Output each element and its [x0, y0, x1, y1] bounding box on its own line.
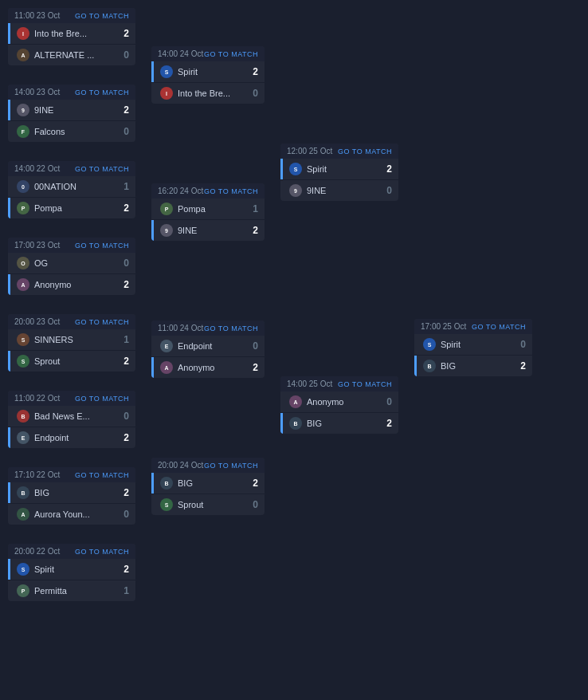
team-score: 2 — [118, 487, 129, 498]
match-time: 20:00 23 Oct — [14, 317, 60, 326]
team-score: 0 — [247, 499, 258, 510]
team-row: 99INE2 — [8, 100, 135, 120]
team-score: 0 — [381, 396, 392, 407]
team-name: Pompa — [178, 204, 247, 214]
team-score: 2 — [247, 362, 258, 373]
team-row: BBIG2 — [414, 356, 532, 376]
go-to-match-link[interactable]: GO TO MATCH — [75, 318, 129, 326]
match-header: 17:00 25 OctGO TO MATCH — [414, 319, 532, 334]
team-name: ALTERNATE ... — [34, 50, 118, 60]
match-header: 20:00 23 OctGO TO MATCH — [8, 314, 135, 329]
team-name: BIG — [307, 419, 381, 428]
go-to-match-link[interactable]: GO TO MATCH — [75, 12, 129, 20]
match-card-m8: 20:00 22 OctGO TO MATCHSSpirit2PPermitta… — [8, 544, 135, 601]
team-row: AAnonymo2 — [151, 357, 265, 378]
team-name: Sprout — [178, 500, 247, 509]
match-time: 14:00 25 Oct — [287, 379, 332, 388]
team-name: Permitta — [34, 586, 118, 596]
team-score: 2 — [381, 418, 392, 429]
team-row: SSpirit2 — [151, 61, 265, 82]
match-time: 11:00 22 Oct — [14, 394, 60, 403]
team-name: BIG — [441, 361, 515, 371]
match-header: 20:00 22 OctGO TO MATCH — [8, 544, 135, 559]
match-card-m11: 11:00 24 OctGO TO MATCHEEndpoint0AAnonym… — [151, 321, 265, 378]
go-to-match-link[interactable]: GO TO MATCH — [204, 324, 258, 332]
go-to-match-link[interactable]: GO TO MATCH — [75, 548, 129, 556]
go-to-match-link[interactable]: GO TO MATCH — [75, 165, 129, 173]
match-card-m12: 20:00 24 OctGO TO MATCHBBIG2SSprout0 — [151, 458, 265, 515]
match-header: 16:20 24 OctGO TO MATCH — [151, 183, 265, 199]
team-name: 9INE — [307, 186, 381, 195]
team-row: AAnonymo0 — [280, 391, 398, 412]
match-time: 14:00 23 Oct — [14, 88, 60, 96]
match-header: 12:00 25 OctGO TO MATCH — [280, 144, 398, 159]
team-row: AAnonymo2 — [8, 274, 135, 295]
team-row: 000NATION1 — [8, 176, 135, 197]
team-row: SSprout0 — [151, 494, 265, 515]
go-to-match-link[interactable]: GO TO MATCH — [75, 471, 129, 479]
team-name: 00NATION — [34, 182, 118, 191]
go-to-match-link[interactable]: GO TO MATCH — [338, 380, 392, 388]
match-header: 11:00 23 OctGO TO MATCH — [8, 8, 135, 23]
team-row: AAurora Youn...0 — [8, 504, 135, 525]
go-to-match-link[interactable]: GO TO MATCH — [204, 187, 258, 195]
team-score: 2 — [118, 104, 129, 116]
team-name: Into the Bre... — [34, 29, 118, 38]
match-time: 14:00 22 Oct — [14, 164, 60, 173]
match-card-m3: 14:00 22 OctGO TO MATCH000NATION1PPompa2 — [8, 161, 135, 218]
team-name: BIG — [178, 478, 247, 488]
team-name: 9INE — [178, 226, 247, 235]
match-header: 17:10 22 OctGO TO MATCH — [8, 467, 135, 482]
team-score: 2 — [118, 564, 129, 575]
team-score: 1 — [118, 585, 129, 596]
go-to-match-link[interactable]: GO TO MATCH — [75, 88, 129, 96]
round-2-column: 14:00 24 OctGO TO MATCHSSpirit2IInto the… — [151, 46, 265, 515]
team-name: Into the Bre... — [178, 88, 247, 98]
match-time: 20:00 22 Oct — [14, 547, 60, 556]
match-header: 14:00 22 OctGO TO MATCH — [8, 161, 135, 176]
match-time: 17:00 23 Oct — [14, 241, 60, 250]
team-score: 0 — [381, 185, 392, 196]
team-name: Spirit — [441, 340, 515, 349]
match-time: 11:00 23 Oct — [14, 11, 60, 20]
team-name: Anonymo — [34, 280, 118, 289]
team-row: BBad News E...0 — [8, 406, 135, 427]
team-score: 2 — [118, 28, 129, 39]
team-name: SINNERS — [34, 335, 118, 344]
bracket-container: 11:00 23 OctGO TO MATCHIInto the Bre...2… — [0, 0, 588, 620]
team-name: Endpoint — [34, 433, 118, 442]
team-score: 2 — [247, 66, 258, 77]
match-card-m5: 20:00 23 OctGO TO MATCHSSINNERS1SSprout2 — [8, 314, 135, 372]
team-name: 9INE — [34, 105, 118, 115]
go-to-match-link[interactable]: GO TO MATCH — [472, 323, 526, 331]
match-time: 14:00 24 Oct — [158, 49, 203, 58]
team-row: PPompa2 — [8, 198, 135, 218]
team-row: SSpirit2 — [8, 559, 135, 580]
go-to-match-link[interactable]: GO TO MATCH — [75, 395, 129, 403]
team-score: 1 — [118, 334, 129, 345]
team-row: SSprout2 — [8, 351, 135, 372]
team-score: 2 — [515, 360, 526, 372]
go-to-match-link[interactable]: GO TO MATCH — [204, 462, 258, 470]
match-time: 17:00 25 Oct — [421, 322, 466, 331]
team-row: BBIG2 — [8, 482, 135, 503]
team-row: AALTERNATE ...0 — [8, 45, 135, 65]
team-score: 0 — [118, 258, 129, 269]
team-score: 2 — [118, 203, 129, 214]
team-row: EEndpoint0 — [151, 336, 265, 356]
team-score: 2 — [118, 279, 129, 290]
team-name: OG — [34, 258, 118, 268]
go-to-match-link[interactable]: GO TO MATCH — [75, 242, 129, 250]
match-header: 11:00 22 OctGO TO MATCH — [8, 391, 135, 406]
match-header: 17:00 23 OctGO TO MATCH — [8, 238, 135, 253]
round-1-column: 11:00 23 OctGO TO MATCHIInto the Bre...2… — [8, 8, 135, 612]
match-card-m10: 16:20 24 OctGO TO MATCHPPompa199INE2 — [151, 183, 265, 241]
go-to-match-link[interactable]: GO TO MATCH — [338, 147, 392, 155]
match-card-m13: 12:00 25 OctGO TO MATCHSSpirit299INE0 — [280, 144, 398, 201]
team-row: EEndpoint2 — [8, 427, 135, 448]
go-to-match-link[interactable]: GO TO MATCH — [204, 50, 258, 58]
team-row: 99INE2 — [151, 220, 265, 241]
team-row: 99INE0 — [280, 180, 398, 201]
team-name: Anonymo — [178, 363, 247, 372]
team-row: SSINNERS1 — [8, 329, 135, 350]
